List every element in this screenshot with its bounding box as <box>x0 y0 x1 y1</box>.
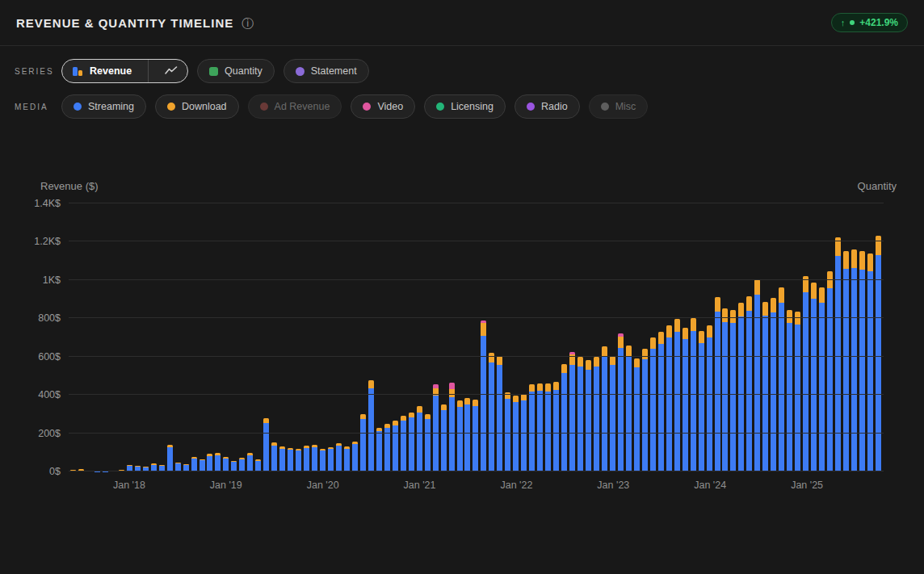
bar[interactable] <box>787 310 792 471</box>
bar[interactable] <box>586 360 591 471</box>
bar[interactable] <box>417 406 422 471</box>
bar[interactable] <box>707 325 712 471</box>
bar-segment-download <box>578 357 583 367</box>
bar[interactable] <box>207 454 212 471</box>
bar[interactable] <box>762 302 768 471</box>
bar[interactable] <box>223 457 229 471</box>
bar[interactable] <box>433 384 439 471</box>
bar[interactable] <box>545 383 551 471</box>
bar[interactable] <box>393 421 398 471</box>
bar[interactable] <box>344 446 350 471</box>
bar[interactable] <box>191 457 197 471</box>
bar[interactable] <box>561 364 567 471</box>
bar[interactable] <box>682 328 688 471</box>
bar[interactable] <box>449 383 455 471</box>
bar-segment-streaming <box>344 449 350 472</box>
bar[interactable] <box>320 449 326 471</box>
gridline <box>69 471 884 471</box>
bar[interactable] <box>658 332 664 471</box>
media-pill-ad-revenue[interactable]: Ad Revenue <box>248 94 342 119</box>
media-pill-misc[interactable]: Misc <box>589 94 649 119</box>
bar[interactable] <box>401 416 406 471</box>
bar[interactable] <box>859 251 865 471</box>
bar[interactable] <box>650 337 656 471</box>
bar[interactable] <box>602 346 607 471</box>
bar[interactable] <box>730 310 736 471</box>
bar[interactable] <box>779 287 784 471</box>
bar[interactable] <box>336 443 342 471</box>
media-pill-streaming[interactable]: Streaming <box>61 94 146 119</box>
bar[interactable] <box>715 297 720 471</box>
bar[interactable] <box>594 357 599 471</box>
bar[interactable] <box>553 382 559 471</box>
bar[interactable] <box>215 453 220 471</box>
bar[interactable] <box>835 237 841 471</box>
bar[interactable] <box>425 414 430 471</box>
bar[interactable] <box>867 253 873 471</box>
media-pill-video[interactable]: Video <box>351 94 415 119</box>
bar[interactable] <box>312 445 317 471</box>
bar[interactable] <box>472 400 478 471</box>
bar[interactable] <box>529 384 535 471</box>
bar[interactable] <box>803 276 808 471</box>
bar[interactable] <box>296 449 301 471</box>
bar[interactable] <box>489 353 494 471</box>
bar[interactable] <box>722 308 728 471</box>
bar[interactable] <box>409 413 414 471</box>
bar[interactable] <box>666 325 672 471</box>
bar[interactable] <box>827 271 833 471</box>
bar[interactable] <box>537 383 543 471</box>
bar[interactable] <box>271 442 277 471</box>
bar[interactable] <box>795 312 800 471</box>
media-pill-licensing[interactable]: Licensing <box>424 94 506 119</box>
bar[interactable] <box>738 303 744 471</box>
bar[interactable] <box>376 428 382 471</box>
bar[interactable] <box>674 319 680 471</box>
bar[interactable] <box>811 283 817 471</box>
trend-line-icon[interactable] <box>155 60 187 82</box>
bar[interactable] <box>618 333 624 471</box>
bar[interactable] <box>352 442 358 471</box>
bar[interactable] <box>851 249 857 471</box>
bar[interactable] <box>497 356 502 471</box>
bar[interactable] <box>200 459 205 471</box>
info-icon[interactable]: ⓘ <box>242 17 254 29</box>
bar[interactable] <box>876 236 881 471</box>
bar[interactable] <box>304 446 309 471</box>
media-pill-download[interactable]: Download <box>155 94 239 119</box>
bar[interactable] <box>746 296 752 471</box>
bar[interactable] <box>279 446 285 471</box>
bar[interactable] <box>481 321 486 471</box>
bar[interactable] <box>819 287 825 471</box>
bar[interactable] <box>457 400 463 471</box>
bar[interactable] <box>843 251 849 471</box>
bar[interactable] <box>569 352 575 471</box>
bar[interactable] <box>578 357 583 471</box>
bar[interactable] <box>513 396 519 471</box>
bar[interactable] <box>626 346 632 472</box>
bar[interactable] <box>247 453 253 471</box>
bar[interactable] <box>464 398 470 471</box>
series-pill-main-segment[interactable]: Revenue <box>62 60 141 82</box>
bar[interactable] <box>699 331 704 471</box>
bar[interactable] <box>263 418 269 471</box>
bar[interactable] <box>239 458 245 471</box>
bar[interactable] <box>328 447 334 471</box>
bar[interactable] <box>255 459 261 471</box>
bar[interactable] <box>441 404 447 471</box>
bar[interactable] <box>384 424 390 471</box>
licensing-dot-icon <box>436 103 444 111</box>
media-pill-radio[interactable]: Radio <box>514 94 580 119</box>
bar-segment-download <box>634 358 640 368</box>
bar[interactable] <box>360 414 366 471</box>
series-pill-statement[interactable]: Statement <box>284 59 369 83</box>
bar[interactable] <box>771 298 776 471</box>
bar[interactable] <box>167 445 173 471</box>
bar[interactable] <box>634 358 640 471</box>
bar[interactable] <box>610 356 615 471</box>
series-pill-quantity[interactable]: Quantity <box>197 59 275 83</box>
bar[interactable] <box>288 448 293 471</box>
series-pill-revenue[interactable]: Revenue <box>61 59 188 83</box>
bar[interactable] <box>754 279 760 471</box>
bar[interactable] <box>642 349 648 471</box>
